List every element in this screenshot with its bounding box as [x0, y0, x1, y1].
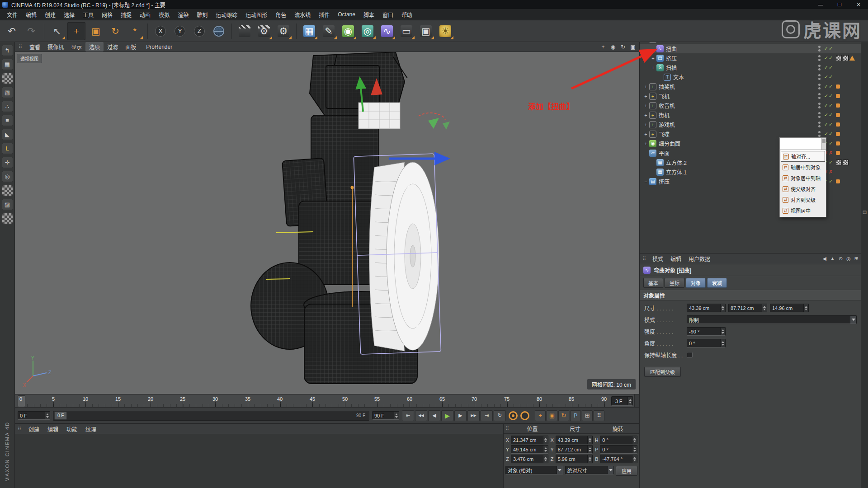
visibility-dots-icon[interactable]	[818, 122, 821, 127]
loop-mode-button[interactable]: ↻	[494, 410, 506, 421]
record-keyframe-button[interactable]	[509, 411, 518, 420]
visibility-dots-icon[interactable]	[818, 112, 821, 118]
dock-tab-icon[interactable]: ▤	[863, 210, 867, 215]
menu-animate[interactable]: 动画	[136, 9, 155, 20]
menu-create[interactable]: 创建	[41, 9, 60, 20]
live-selection-button[interactable]: ↖	[48, 22, 66, 40]
object-row[interactable]: − ▤ 挤压 ✓✓	[640, 177, 861, 186]
visibility-dots-icon[interactable]	[818, 84, 821, 89]
material-menu-edit[interactable]: 编辑	[43, 424, 62, 434]
menu-octane[interactable]: Octane	[334, 10, 359, 19]
object-row[interactable]: ▦ 立方体.2 ✓✓	[640, 158, 861, 167]
move-tool-button[interactable]: +	[67, 22, 85, 40]
points-mode-button[interactable]: ∴	[2, 101, 13, 112]
minimize-button[interactable]: —	[811, 0, 830, 9]
add-primitive-button[interactable]: ▦	[300, 22, 318, 40]
go-to-start-button[interactable]: ⇤	[402, 410, 414, 421]
scrollbar[interactable]	[821, 138, 826, 150]
orbit-view-icon[interactable]: ↻	[618, 43, 627, 51]
menu-item-center-view[interactable]: ⇄ 视图居中	[781, 205, 825, 216]
bend-size-y-field[interactable]: 87.712 cm	[728, 304, 767, 312]
attribute-menu-mode[interactable]: 模式	[649, 254, 667, 263]
viewport-menu-filter[interactable]: 过滤	[104, 42, 122, 52]
attribute-menu-edit[interactable]: 编辑	[667, 254, 685, 263]
texture-tag-icon[interactable]	[836, 55, 842, 61]
enable-state-icon[interactable]: ✓✓	[823, 65, 835, 70]
enable-axis-button[interactable]: L	[2, 143, 13, 154]
object-row[interactable]: T 文本 ✓✓	[640, 72, 861, 82]
menu-item-center-axis-to-object[interactable]: ⇄ 轴居中到对象	[781, 162, 825, 173]
phong-tag-icon[interactable]	[849, 56, 855, 61]
material-tag-icon[interactable]	[836, 103, 840, 108]
viewport-solo-button[interactable]: ◎	[2, 171, 13, 182]
spinner-icon[interactable]	[45, 412, 50, 419]
search-icon[interactable]: ⊙	[839, 256, 843, 262]
size-mode-dropdown[interactable]: 绝对尺寸	[565, 466, 614, 474]
attribute-menu-userdata[interactable]: 用户数据	[685, 254, 714, 263]
visibility-dots-icon[interactable]	[818, 65, 821, 70]
tab-falloff[interactable]: 衰减	[707, 278, 727, 288]
enable-state-icon[interactable]: ✓✓	[823, 93, 835, 99]
zoom-view-icon[interactable]: ◉	[609, 43, 618, 51]
render-picture-viewer-button[interactable]: ⚙	[255, 22, 273, 40]
maximize-view-icon[interactable]: ▣	[628, 43, 637, 51]
add-environment-button[interactable]: ▭	[397, 22, 415, 40]
material-tag-icon[interactable]	[836, 141, 840, 145]
material-menu-texture[interactable]: 纹理	[81, 424, 100, 434]
expand-icon[interactable]: +	[642, 131, 649, 137]
size-x-field[interactable]: 43.39 cm	[556, 436, 593, 444]
viewport-menu-display[interactable]: 显示	[67, 42, 85, 52]
spinner-icon[interactable]	[543, 436, 548, 444]
spinner-icon[interactable]	[543, 455, 548, 463]
menu-item-align-parent[interactable]: ⇄ 使父级对齐	[781, 183, 825, 194]
menu-motion-tracker[interactable]: 运动跟踪	[212, 9, 241, 20]
expand-icon[interactable]: +	[642, 122, 649, 127]
visibility-dots-icon[interactable]	[818, 55, 821, 61]
add-subdivision-surface-button[interactable]: ◉	[339, 22, 357, 40]
previous-key-button[interactable]: ◀◀	[415, 410, 427, 421]
timeline-end-grip[interactable]	[634, 394, 639, 407]
view-label[interactable]: 透视视图	[17, 54, 42, 63]
enable-state-icon[interactable]: ✓✓	[823, 122, 835, 127]
keyframe-selection-toggle[interactable]: ⊞	[582, 410, 593, 421]
next-frame-button[interactable]: ▶	[454, 410, 467, 421]
lock-panel-icon[interactable]: ◎	[846, 256, 851, 262]
record-position-toggle[interactable]: +	[535, 410, 546, 421]
material-tag-icon[interactable]	[836, 151, 840, 155]
add-camera-button[interactable]: ▣	[417, 22, 435, 40]
object-row[interactable]: ▱ 平面 ✗✗	[640, 148, 861, 158]
expand-icon[interactable]: +	[642, 141, 649, 146]
spinner-icon[interactable]	[720, 304, 725, 312]
z-axis-lock-button[interactable]: Z	[190, 22, 208, 40]
enable-state-icon[interactable]: ✓✓	[823, 46, 835, 52]
polygons-mode-button[interactable]: ◣	[2, 129, 13, 140]
object-row[interactable]: + + 街机 ✓✓	[640, 110, 861, 120]
y-axis-lock-button[interactable]: Y	[171, 22, 189, 40]
object-row[interactable]: + + 游戏机 ✓✓	[640, 120, 861, 129]
menu-item-axis-align[interactable]: ⇄ 轴对齐...	[781, 151, 825, 162]
object-row[interactable]: + + 抽奖机 ✓✓	[640, 82, 861, 91]
render-settings-button[interactable]: ⚙	[274, 22, 292, 40]
expand-icon[interactable]: +	[650, 56, 656, 61]
visibility-dots-icon[interactable]	[818, 103, 821, 108]
menu-item-center-object-to-axis[interactable]: ⇄ 对象居中到轴	[781, 173, 825, 183]
viewport-menu-prorender[interactable]: ProRender	[142, 43, 177, 51]
record-rotation-toggle[interactable]: ↻	[558, 410, 569, 421]
spinner-icon[interactable]	[543, 446, 548, 453]
panel-grip-icon[interactable]: ⠿	[642, 256, 646, 262]
workplane-lock-button[interactable]: ▨	[2, 199, 13, 210]
play-button[interactable]: ▶	[441, 410, 453, 421]
viewport-menu-options[interactable]: 选项	[85, 42, 104, 52]
texture-tag-icon[interactable]	[843, 160, 849, 165]
viewport-menu-camera[interactable]: 摄像机	[44, 42, 67, 52]
current-frame-field[interactable]: 0 F	[18, 411, 50, 420]
spinner-icon[interactable]	[587, 436, 592, 444]
bend-size-z-field[interactable]: 14.96 cm	[770, 304, 809, 312]
enable-state-icon[interactable]: ✓✓	[823, 131, 835, 137]
timeline-ruler[interactable]: 0 5 10 15 20 25 30 35 40 45 50 55 60 65 …	[15, 394, 639, 408]
spinner-icon[interactable]	[632, 436, 637, 444]
edges-mode-button[interactable]: ≡	[2, 115, 13, 126]
history-back-icon[interactable]: ◀	[823, 256, 826, 262]
object-row[interactable]: + S 扫描 ✓✓	[640, 63, 861, 72]
menu-window[interactable]: 窗口	[378, 9, 397, 20]
